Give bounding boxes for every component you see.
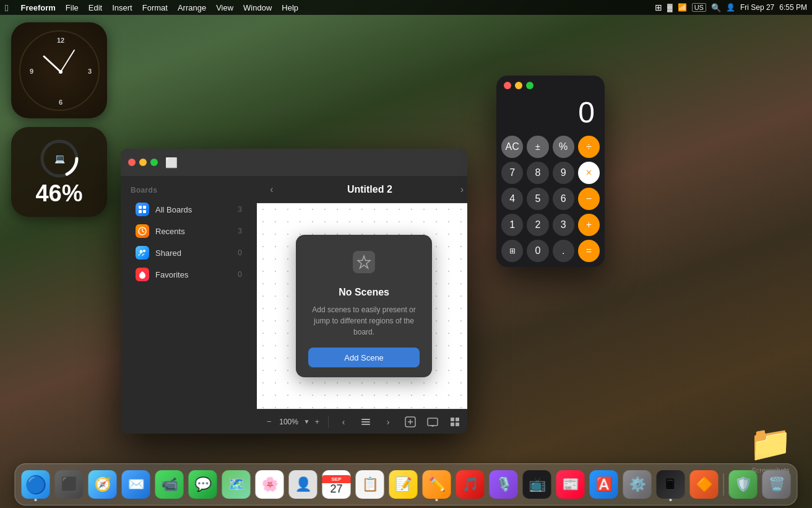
maximize-button[interactable] — [150, 159, 158, 166]
calc-divide[interactable]: ÷ — [578, 136, 600, 158]
dock-freeform[interactable]: ✏️ — [421, 469, 452, 500]
help-menu[interactable]: Help — [282, 3, 298, 12]
dock-calendar[interactable]: SEP 27 — [321, 469, 352, 500]
calc-multiply[interactable]: × — [578, 162, 600, 184]
sidebar-toggle-button[interactable]: ⬜ — [165, 157, 178, 169]
arrange-menu[interactable]: Arrange — [178, 3, 206, 12]
usage-widget: 💻 46% — [11, 127, 107, 217]
zoom-in-button[interactable]: + — [313, 416, 322, 427]
no-scenes-star-icon — [352, 250, 376, 279]
dock-compass[interactable]: 🔶 — [689, 469, 720, 500]
dock-music[interactable]: 🎵 — [455, 469, 486, 500]
calc-add[interactable]: + — [578, 214, 600, 236]
sidebar: Boards All Boards 3 Recents 3 — [121, 176, 257, 434]
dock-messages[interactable]: 💬 — [188, 469, 218, 500]
trash-icon: 🗑️ — [762, 470, 791, 499]
next-scene-button[interactable]: › — [379, 413, 397, 431]
menubar-battery-icon: ▓ — [667, 3, 673, 12]
app-name-menu[interactable]: Freeform — [20, 3, 55, 12]
zoom-out-button[interactable]: − — [264, 416, 274, 427]
svg-rect-21 — [361, 419, 370, 420]
calc-2[interactable]: 2 — [527, 214, 548, 236]
sidebar-item-shared[interactable]: Shared 0 — [126, 242, 252, 263]
nav-forward-button[interactable]: › — [460, 184, 464, 195]
calc-7[interactable]: 7 — [501, 162, 523, 184]
svg-point-17 — [140, 250, 143, 253]
sidebar-section-label: Boards — [121, 183, 257, 198]
mail-icon: ✉️ — [122, 470, 150, 499]
podcasts-icon: 🎙️ — [490, 470, 518, 499]
calc-percent[interactable]: % — [553, 136, 574, 158]
dock-reminders[interactable]: 📋 — [355, 469, 386, 500]
board-canvas[interactable]: No Scenes Add scenes to easily present o… — [257, 203, 467, 409]
dock-notes[interactable]: 📝 — [388, 469, 419, 500]
calc-0[interactable]: 0 — [527, 240, 548, 262]
calc-extra[interactable]: ⊞ — [501, 240, 523, 262]
sidebar-item-recents[interactable]: Recents 3 — [126, 221, 252, 242]
calc-6[interactable]: 6 — [553, 188, 574, 210]
window-menu[interactable]: Window — [243, 3, 272, 12]
dock-finder[interactable]: 🔵 — [20, 469, 51, 500]
calc-ac[interactable]: AC — [501, 136, 523, 158]
board-content-area: ‹ Untitled 2 › No Scenes Add scenes to e… — [257, 176, 467, 434]
edit-menu[interactable]: Edit — [89, 3, 102, 12]
calc-3[interactable]: 3 — [553, 214, 574, 236]
zoom-level[interactable]: 100% — [277, 418, 301, 426]
dock-maps[interactable]: 🗺️ — [221, 469, 252, 500]
dock-adguard[interactable]: 🛡️ — [728, 469, 759, 500]
insert-menu[interactable]: Insert — [112, 3, 132, 12]
dock-photos[interactable]: 🌸 — [254, 469, 285, 500]
add-scene-toolbar-button[interactable] — [402, 413, 419, 431]
dock-news[interactable]: 📰 — [555, 469, 586, 500]
nav-back-button[interactable]: ‹ — [264, 182, 279, 197]
scenes-list-button[interactable] — [357, 413, 374, 431]
close-button[interactable] — [128, 159, 136, 166]
grid-view-button[interactable] — [446, 413, 464, 431]
menubar-search-icon[interactable]: 🔍 — [711, 3, 721, 12]
dock-settings[interactable]: ⚙️ — [622, 469, 653, 500]
calc-5[interactable]: 5 — [527, 188, 548, 210]
dock-mail[interactable]: ✉️ — [121, 469, 152, 500]
dock-safari[interactable]: 🧭 — [87, 469, 118, 500]
dock-calculator[interactable]: 🖩 — [655, 469, 686, 500]
calc-max[interactable] — [526, 82, 533, 89]
file-menu[interactable]: File — [66, 3, 79, 12]
dock-facetime[interactable]: 📹 — [154, 469, 185, 500]
svg-rect-31 — [456, 418, 459, 421]
calc-1[interactable]: 1 — [501, 214, 523, 236]
finder-icon: 🔵 — [22, 470, 50, 499]
calc-decimal[interactable]: . — [553, 240, 574, 262]
calc-8[interactable]: 8 — [527, 162, 548, 184]
format-menu[interactable]: Format — [142, 3, 168, 12]
dock-appstore[interactable]: 🅰️ — [589, 469, 620, 500]
dock-appletv[interactable]: 📺 — [522, 469, 553, 500]
calc-subtract[interactable]: − — [578, 188, 600, 210]
calc-sign[interactable]: ± — [527, 136, 548, 158]
dock-contacts[interactable]: 👤 — [288, 469, 319, 500]
calc-4[interactable]: 4 — [501, 188, 523, 210]
dock-launchpad[interactable]: ⬛ — [54, 469, 85, 500]
launchpad-icon: ⬛ — [55, 470, 84, 499]
apple-menu[interactable]:  — [5, 2, 8, 13]
dock-trash[interactable]: 🗑️ — [761, 469, 792, 500]
sidebar-item-favorites[interactable]: Favorites 0 — [126, 264, 252, 285]
zoom-dropdown-icon[interactable]: ▼ — [304, 418, 310, 425]
sidebar-item-all-boards[interactable]: All Boards 3 — [126, 199, 252, 220]
folder-icon: 📁 — [749, 423, 792, 464]
calendar-icon: SEP 27 — [322, 470, 351, 499]
all-boards-icon — [136, 203, 149, 216]
prev-scene-button[interactable]: ‹ — [335, 413, 352, 431]
minimize-button[interactable] — [139, 159, 147, 166]
calc-close[interactable] — [504, 82, 511, 89]
add-scene-button[interactable]: Add Scene — [308, 348, 420, 367]
calc-traffic-lights — [496, 76, 605, 93]
view-menu[interactable]: View — [216, 3, 233, 12]
menubar-user-icon[interactable]: 👤 — [726, 3, 735, 12]
shared-label: Shared — [155, 248, 238, 258]
svg-rect-22 — [361, 421, 370, 423]
calc-9[interactable]: 9 — [553, 162, 574, 184]
dock-podcasts[interactable]: 🎙️ — [488, 469, 519, 500]
calc-equals[interactable]: = — [578, 240, 600, 262]
calc-min[interactable] — [515, 82, 522, 89]
present-button[interactable] — [424, 413, 441, 431]
